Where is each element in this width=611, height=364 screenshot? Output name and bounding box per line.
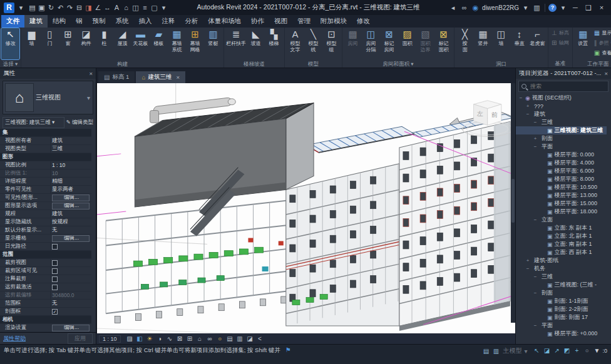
minimize-button[interactable]: ─ xyxy=(570,3,581,13)
view-tab-3d[interactable]: ⌂ 建筑三维 × xyxy=(136,71,185,83)
scroll-left-icon[interactable]: < xyxy=(255,335,265,343)
property-value[interactable] xyxy=(50,267,91,275)
viewcube-left-face[interactable]: 左 xyxy=(477,111,483,118)
property-row[interactable]: 规程建筑 xyxy=(0,210,91,218)
tree-item[interactable]: −平面 xyxy=(516,321,607,330)
tree-item[interactable]: −剖面 xyxy=(516,289,607,297)
filter-icon[interactable]: ▼ xyxy=(592,346,601,355)
room-button[interactable]: ▩房间 xyxy=(344,28,362,59)
instance-selector[interactable]: 三维视图: 建筑三维 ▾ xyxy=(3,117,64,128)
collapse-caret-icon[interactable]: ◂ xyxy=(448,3,458,13)
property-value[interactable]: 无 xyxy=(50,300,91,307)
text-icon[interactable]: A xyxy=(112,3,121,13)
measure-icon[interactable]: ∠ xyxy=(93,3,103,13)
tree-expander-icon[interactable]: − xyxy=(525,111,530,117)
property-value[interactable]: 建筑 xyxy=(50,137,91,144)
design-option-selector[interactable]: 主模型 xyxy=(503,346,521,355)
undo-icon[interactable]: ↶ xyxy=(56,3,65,13)
ribbon-tab[interactable]: 协作 xyxy=(246,15,269,28)
property-row[interactable]: 日光路径 xyxy=(0,243,91,251)
drag-on-selection-icon[interactable]: + xyxy=(572,346,581,355)
displace-elements-icon[interactable]: ◪ xyxy=(245,335,255,343)
property-row[interactable]: 图形 xyxy=(0,153,91,161)
ceiling-button[interactable]: ▬天花板 xyxy=(131,28,150,59)
property-value[interactable] xyxy=(50,275,91,283)
property-row[interactable]: 渲染设置编辑... xyxy=(0,324,91,332)
tag-room-button[interactable]: ⊠标记 房间 xyxy=(380,28,398,59)
save-orientation-icon[interactable]: ⌂ xyxy=(195,335,205,343)
property-row[interactable]: 图形显示选项编辑... xyxy=(0,202,91,210)
visual-style-icon[interactable]: ◧ xyxy=(135,335,145,343)
curtain-grid-button[interactable]: ⊞幕墙 网格 xyxy=(186,28,204,59)
tree-item[interactable]: 楼层平面: +0.000 xyxy=(516,330,607,338)
tree-item[interactable]: 楼层平面: 13.000 xyxy=(516,191,607,200)
qat-customize-icon[interactable]: ▾ xyxy=(159,3,168,13)
tree-expander-icon[interactable]: + xyxy=(525,103,530,109)
tree-item[interactable]: 楼层平面: 0.000 xyxy=(516,151,607,159)
background-processes-icon[interactable]: ○ xyxy=(582,346,591,355)
tree-item[interactable]: 立面: 东 副本 1 xyxy=(516,224,607,232)
ribbon-tab[interactable]: 系统 xyxy=(111,15,134,28)
stair-button[interactable]: ▚楼梯 xyxy=(265,28,283,59)
property-row[interactable]: 远剪裁激活 xyxy=(0,283,91,291)
save-icon[interactable]: ▣ xyxy=(37,3,46,13)
tree-expander-icon[interactable]: − xyxy=(533,119,538,125)
app-store-cart-icon[interactable]: ▥ xyxy=(532,3,542,13)
select-links-icon[interactable]: ↖ xyxy=(532,346,541,355)
tree-item[interactable]: 立面: 北 副本 1 xyxy=(516,232,607,240)
property-value[interactable] xyxy=(50,308,91,315)
property-row[interactable]: 比例值 1:10 xyxy=(0,169,91,178)
door-button[interactable]: ▯门 xyxy=(41,28,59,59)
property-value[interactable] xyxy=(50,283,91,291)
property-value[interactable]: 编辑... xyxy=(52,325,90,331)
property-row[interactable]: 显示栅格编辑... xyxy=(0,235,91,243)
window-button[interactable]: ⊞窗 xyxy=(59,28,77,59)
property-value[interactable]: 显示两者 xyxy=(50,186,91,193)
sketchy-lines-icon[interactable]: ∿ xyxy=(165,335,175,343)
ribbon-tab[interactable]: 钢 xyxy=(71,15,88,28)
property-value[interactable]: 无 xyxy=(50,226,91,234)
browser-search[interactable] xyxy=(518,81,608,92)
tree-expander-icon[interactable]: + xyxy=(533,136,538,141)
open-icon[interactable]: ▤ xyxy=(28,3,37,13)
shadows-icon[interactable]: ◑ xyxy=(155,335,165,343)
search-icon[interactable]: ∞ xyxy=(460,3,469,13)
select-pinned-icon[interactable]: ↗ xyxy=(552,346,561,355)
edit-type-button[interactable]: ✎ 编辑类型 xyxy=(66,119,93,126)
property-value[interactable]: 1 : 10 xyxy=(50,161,91,169)
type-selector[interactable]: ⌂ 三维视图 ▾ xyxy=(3,81,93,114)
tag-area-button[interactable]: ⊠标记 面积 xyxy=(434,28,453,59)
select-by-face-icon[interactable]: ◩ xyxy=(562,346,571,355)
drawing-canvas[interactable]: 左 前 xyxy=(96,83,515,333)
property-value[interactable]: 编辑... xyxy=(52,203,90,210)
property-value[interactable]: 304800.0 xyxy=(50,291,91,299)
property-row[interactable]: 默认分析显示...无 xyxy=(0,226,91,235)
ramp-button[interactable]: ◣坡道 xyxy=(247,28,265,59)
thin-lines-icon[interactable]: ≡ xyxy=(140,3,150,13)
tree-item[interactable]: 立面: 西 副本 1 xyxy=(516,248,607,256)
model-text-button[interactable]: A模型 文字 xyxy=(286,28,304,59)
viewer-button[interactable]: ▣查看器 xyxy=(592,48,611,58)
canvas-vertical-scrollbar[interactable] xyxy=(511,83,515,323)
temporary-view-properties-icon[interactable]: ▤ xyxy=(225,335,235,343)
tree-item[interactable]: +??? xyxy=(516,102,607,110)
tree-expander-icon[interactable]: − xyxy=(533,323,538,328)
ribbon-tab[interactable]: 建筑 xyxy=(24,15,48,28)
ribbon-tab[interactable]: 预制 xyxy=(88,15,111,28)
property-row[interactable]: 可见性/图形...编辑... xyxy=(0,194,91,202)
show-crop-icon[interactable]: ⊞ xyxy=(185,335,195,343)
modify-button[interactable]: ↖修改 xyxy=(1,28,19,59)
community-flag-icon[interactable]: ⚑ xyxy=(285,346,291,353)
tree-item[interactable]: −立面 xyxy=(516,216,607,224)
close-button[interactable]: × xyxy=(596,3,607,13)
property-row[interactable]: 零件可见性显示两者 xyxy=(0,186,91,194)
opening-by-face-button[interactable]: ╳按 面 xyxy=(456,28,474,59)
property-value[interactable]: 10 xyxy=(50,169,91,177)
tree-expander-icon[interactable]: − xyxy=(533,217,538,223)
viewcube-front-face[interactable]: 前 xyxy=(491,112,498,119)
area-button[interactable]: ▨面积 xyxy=(398,28,416,59)
property-value[interactable]: 编辑... xyxy=(52,195,90,201)
filter-count[interactable]: :0 xyxy=(602,348,607,354)
ribbon-tab[interactable]: 结构 xyxy=(48,15,71,28)
set-work-plane-button[interactable]: ▦设置 xyxy=(574,28,592,59)
